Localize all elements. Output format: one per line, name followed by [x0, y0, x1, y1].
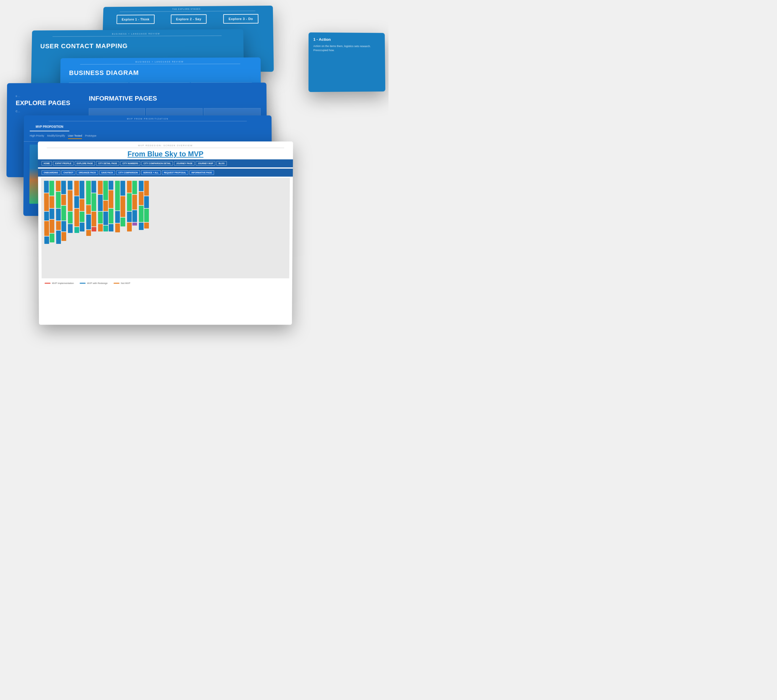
- nav-city-detail-page[interactable]: CITY DETAIL PAGE: [96, 161, 119, 165]
- tab-prototype[interactable]: Prototype: [85, 134, 97, 139]
- front-line-left: [47, 148, 165, 148]
- chart-group-expat: [56, 181, 67, 275]
- chart-col-journey-1: [115, 181, 120, 275]
- nav-city-comparison-detail[interactable]: CITY COMPARISON DETAIL: [141, 161, 173, 165]
- legend-not-mvp: Not MVP: [113, 282, 130, 285]
- chart-col-expat-2: [61, 181, 67, 275]
- chart-col-blog-1: [139, 181, 143, 275]
- nav-journey-page[interactable]: JOURNEY PAGE: [174, 161, 195, 165]
- nav-expat-profile[interactable]: EXPAT PROFILE: [53, 161, 73, 165]
- explore-buttons-row: Explore 1 - Think Explore 2 - Say Explor…: [103, 14, 273, 24]
- nav-journey-insp[interactable]: JOURNEY INSP: [196, 161, 215, 165]
- chart-col-explore-1: [68, 181, 73, 275]
- nav-city-comparison[interactable]: CITY COMPARISON: [116, 170, 140, 175]
- chart-col-numbers-1: [86, 181, 91, 275]
- action-title: 1 - Action: [313, 37, 380, 42]
- legend-mvp-implementation: MVP Implementation: [45, 282, 74, 285]
- chart-group-home: [44, 181, 55, 275]
- front-title: From Blue Sky to MVP: [38, 150, 293, 158]
- mvp-section-title-wrapper: MVP PROPOSITION: [24, 123, 272, 134]
- nav-service-all[interactable]: SERVICE + ALL: [141, 170, 161, 175]
- chart-col-comparison-1: [98, 181, 103, 275]
- front-top-label: MVP Redesign: Screen Overview: [38, 142, 293, 148]
- chart-col-home-1: [44, 181, 49, 275]
- legend-label-mvp-impl: MVP Implementation: [52, 282, 74, 285]
- nav-onboarding[interactable]: ONBOARDING: [42, 170, 60, 175]
- chart-col-home-2: [49, 181, 55, 275]
- user-contact-title: USER CONTACT MAPPING: [32, 42, 243, 50]
- chart-group-city-numbers: [86, 181, 97, 275]
- informative-pages-title: INFORMATIVE PAGES: [89, 94, 261, 102]
- chart-group-journey: [115, 181, 126, 275]
- chart-col-expat-1: [56, 181, 61, 275]
- chart-col-journey-2: [121, 181, 126, 275]
- chart-col-insp-2: [132, 181, 137, 275]
- legend: MVP Implementation MVP with Redesign Not…: [39, 280, 292, 287]
- nav-header-row1: HOME EXPAT PROFILE EXPLORE PAGE CITY DET…: [38, 159, 293, 167]
- nav-informative-page[interactable]: INFORMATIVE PAGE: [190, 170, 214, 175]
- chart-col-blog-2: [144, 181, 149, 275]
- legend-label-not-mvp: Not MVP: [121, 282, 130, 285]
- explore-btn-3[interactable]: Explore 3 - Do: [223, 14, 258, 23]
- nav-organize-pack[interactable]: ORGANIZE PACK: [77, 170, 98, 175]
- explore-pages-title: EXPLORE PAGES: [16, 99, 74, 107]
- legend-dot-red: [45, 283, 50, 284]
- explore-btn-2[interactable]: Explore 2 - Say: [171, 14, 207, 23]
- chart-col-city-1: [74, 181, 79, 275]
- business-diagram-title: BUSINESS DIAGRAM: [60, 68, 261, 77]
- chart-col-comparison-3: [109, 181, 114, 275]
- explore-pages-sublabel: E…: [16, 95, 74, 98]
- explore-btn-1[interactable]: Explore 1 - Think: [116, 15, 155, 24]
- front-line-right: [165, 148, 284, 148]
- nav-save-pack[interactable]: SAVE PACK: [99, 170, 115, 175]
- chart-group-explore: [68, 181, 73, 275]
- nav-request-proposal[interactable]: REQUEST PROPOSAL: [162, 170, 188, 175]
- chart-group-city-detail: [74, 181, 85, 275]
- chart-col-insp-1: [127, 181, 132, 275]
- mvp-divider: [49, 121, 247, 121]
- nav-city-numbers[interactable]: CITY NUMBERS: [120, 161, 140, 165]
- nav-blog[interactable]: BLOG: [216, 161, 226, 165]
- tab-row: High Priority Modify/Simplify User Teste…: [23, 134, 271, 142]
- card-front: MVP Redesign: Screen Overview From Blue …: [38, 142, 293, 325]
- scene: THE EXPLORE STAGES Explore 1 - Think Exp…: [0, 0, 388, 350]
- nav-explore-page[interactable]: EXPLORE PAGE: [75, 161, 95, 165]
- legend-label-mvp-redesign: MVP with Redesign: [87, 282, 108, 285]
- nav-chatbot[interactable]: CHATBOT: [62, 170, 76, 175]
- mvp-section-title: MVP PROPOSITION: [30, 125, 70, 131]
- chart-col-comparison-2: [103, 181, 108, 275]
- chart-area: [41, 178, 290, 278]
- chart-col-numbers-2: [91, 181, 97, 275]
- nav-home[interactable]: HOME: [42, 161, 52, 165]
- tab-user-tested[interactable]: User Tested: [68, 134, 82, 139]
- chart-group-blog: [139, 181, 149, 275]
- front-top-lines: [38, 148, 293, 148]
- legend-mvp-redesign: MVP with Redesign: [80, 282, 108, 285]
- legend-dot-blue: [80, 283, 86, 284]
- chart-col-city-2: [80, 181, 85, 275]
- tab-high-priority[interactable]: High Priority: [30, 134, 44, 139]
- action-text: Action on the items them, logistics sets…: [313, 44, 380, 53]
- chart-group-journey-insp: [127, 181, 137, 275]
- card-action: 1 - Action Action on the items them, log…: [308, 33, 385, 92]
- business-diagram-label: BUSINESS + LANGUAGE REVIEW: [61, 57, 261, 64]
- mvp-top-label: MVP FROM PRIORITIZATION: [24, 115, 271, 121]
- tab-modify-simplify[interactable]: Modify/Simplify: [47, 134, 65, 139]
- nav-header-row2: ONBOARDING CHATBOT ORGANIZE PACK SAVE PA…: [38, 168, 293, 177]
- chart-group-comparison: [98, 181, 113, 275]
- legend-dot-orange: [113, 283, 119, 284]
